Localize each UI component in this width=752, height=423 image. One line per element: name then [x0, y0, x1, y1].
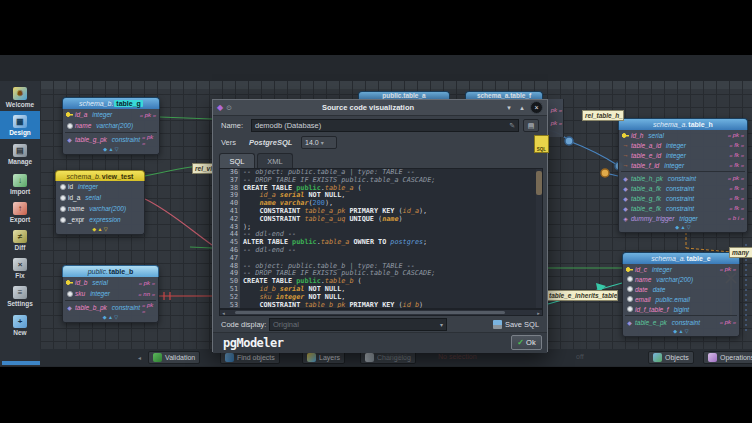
column-tag: « b i » [728, 215, 744, 221]
column-tag: « fk » [729, 185, 744, 191]
table-header[interactable]: schema_b.view_test [55, 170, 145, 181]
table-row: namevarchar(200) [56, 203, 144, 214]
db-table-view-test[interactable]: schema_b.view_testidintegerid_aserialnam… [55, 170, 145, 235]
column-tag: « fk » [729, 162, 744, 168]
tab-xml[interactable]: XML [257, 153, 293, 168]
column-icon [626, 286, 633, 293]
code-token: ); [243, 223, 251, 231]
table-row: skuinteger« nn » [63, 288, 158, 299]
pgsql-version-combo[interactable]: 14.0 ▾ [301, 136, 337, 149]
column-name: email [635, 296, 651, 303]
column-tag: « fk » [729, 152, 744, 158]
button-label: Validation [165, 354, 195, 361]
table-footer-icons[interactable]: ◆ ▲ ▽ [63, 145, 159, 154]
column-type: constraint [666, 195, 694, 202]
operations-icon [708, 353, 717, 362]
table-header[interactable]: schema_b.table_g [62, 97, 160, 109]
pgmodeler-logo: pgModeler [223, 336, 284, 350]
sidebar-item-settings[interactable]: ≡Settings [0, 282, 40, 310]
code-token [243, 215, 259, 223]
table-f-edge-slice[interactable]: pk »pk » [548, 99, 564, 137]
code-vertical-scrollbar[interactable] [536, 169, 542, 308]
column-type: serial [85, 194, 101, 201]
close-icon[interactable]: × [530, 101, 543, 114]
code-token: sku [259, 293, 271, 301]
objects-button[interactable]: Objects [648, 351, 694, 364]
main-sidebar: ✹Welcome▦Design▤Manage↓Import↑Export≠Dif… [0, 81, 40, 366]
table-header[interactable]: public.table_b [62, 265, 159, 277]
code-token: id_a [259, 191, 275, 199]
db-table-table-h[interactable]: schema_a.table_hid_hserial« pk »→table_a… [618, 118, 748, 233]
name-field[interactable]: demodb (Database) ✎ [251, 119, 519, 132]
shade-up-icon[interactable]: ▴ [517, 104, 527, 112]
sidebar-item-new[interactable]: +New [0, 311, 40, 339]
db-table-table-b[interactable]: public.table_bid_bserial« pk »skuinteger… [62, 265, 159, 323]
table-footer-icons[interactable]: ◆ ▲ ▽ [63, 313, 158, 322]
status-hint: off [576, 353, 584, 360]
table-footer-icons[interactable]: ◆ ▲ ▽ [623, 327, 739, 336]
sidebar-item-manage[interactable]: ▤Manage [0, 140, 40, 168]
constraint-icon: ◆ [626, 319, 633, 326]
status-hint: No selection [438, 353, 477, 360]
column-icon [59, 183, 66, 190]
table-footer-icons[interactable]: ◆ ▲ ▽ [56, 225, 144, 234]
column-icon [59, 205, 66, 212]
column-name: id_f_table_f [635, 306, 669, 313]
line-number: 53 [220, 302, 238, 309]
column-name: table_h_pk [631, 175, 663, 182]
many-label[interactable]: many [729, 247, 752, 258]
table-header[interactable]: schema_a.table_e [622, 252, 740, 264]
ok-button[interactable]: ✓ Ok [511, 335, 542, 350]
table-row: id_f_table_fbigint [623, 304, 739, 314]
table-schema: schema_b. [67, 173, 101, 180]
table-row: ◆table_h_pkconstraint« pk » [619, 173, 747, 183]
diff-icon: ≠ [13, 230, 27, 243]
constraint-icon: ◆ [622, 195, 629, 202]
code-display-combo[interactable]: Original ▾ [269, 318, 447, 331]
column-name: table_g_pk [75, 136, 107, 143]
table-row: namevarchar(200) [63, 120, 159, 131]
code-token [243, 191, 259, 199]
code-token: public [296, 277, 321, 285]
sidebar-item-export[interactable]: ↑Export [0, 198, 40, 226]
dialog-titlebar[interactable]: ◆ ⊙ Source code visualization ▾ ▴ × [213, 100, 547, 116]
constraint-icon: ◆ [622, 205, 629, 212]
sidebar-item-welcome[interactable]: ✹Welcome [0, 83, 40, 111]
column-tag: « pk » [139, 280, 155, 286]
column-type: varchar(200) [89, 205, 126, 212]
pin-icon[interactable]: ⊙ [226, 104, 232, 112]
column-type: serial [92, 279, 108, 286]
sql-code-view[interactable]: 363738394041424344454647484950515253 -- … [219, 168, 543, 309]
validation-button[interactable]: Validation [148, 351, 200, 364]
validation-icon [153, 353, 162, 362]
edit-name-icon[interactable]: ✎ [509, 122, 515, 130]
table-a-partial[interactable]: public.table_a [358, 91, 450, 99]
save-sql-button[interactable]: Save SQL [485, 317, 547, 331]
db-table-table-e[interactable]: schema_a.table_eid_cinteger« pk »namevar… [622, 252, 740, 337]
sidebar-item-fix[interactable]: ×Fix [0, 254, 40, 282]
operations-button[interactable]: Operations [703, 351, 752, 364]
db-table-table-g[interactable]: schema_b.table_gid_ainteger« pk »namevar… [62, 97, 160, 155]
table-header[interactable]: schema_a.table_h [618, 118, 748, 130]
column-type: serial [648, 132, 664, 139]
inherits-label[interactable]: table_e_inherits_table_c [546, 290, 618, 301]
table-footer-icons[interactable]: ◆ ▲ ▽ [619, 223, 747, 232]
sidebar-item-diff[interactable]: ≠Diff [0, 226, 40, 254]
constraint-icon: ◆ [622, 185, 629, 192]
tab-sql[interactable]: SQL [219, 153, 255, 168]
table-schema: schema_a. [651, 255, 685, 262]
code-horizontal-scrollbar[interactable]: ◂▸ [219, 309, 543, 316]
table-name: table_h [688, 121, 713, 128]
sidebar-item-label: Import [10, 188, 30, 195]
fix-icon: × [13, 258, 27, 271]
sidebar-item-import[interactable]: ↓Import [0, 170, 40, 198]
shade-down-icon[interactable]: ▾ [504, 104, 514, 112]
column-icon [66, 122, 73, 129]
scroll-left-icon[interactable]: ◂ [138, 354, 141, 361]
column-name: table_b_pk [75, 304, 107, 311]
object-list-button[interactable]: ▤ [523, 119, 539, 132]
sidebar-item-design[interactable]: ▦Design [0, 111, 40, 139]
rel-table-h-label[interactable]: rel_table_h_ [582, 110, 624, 121]
sidebar-item-label: Diff [15, 244, 26, 251]
table-f-partial[interactable]: schema_a.table_f [465, 91, 543, 99]
